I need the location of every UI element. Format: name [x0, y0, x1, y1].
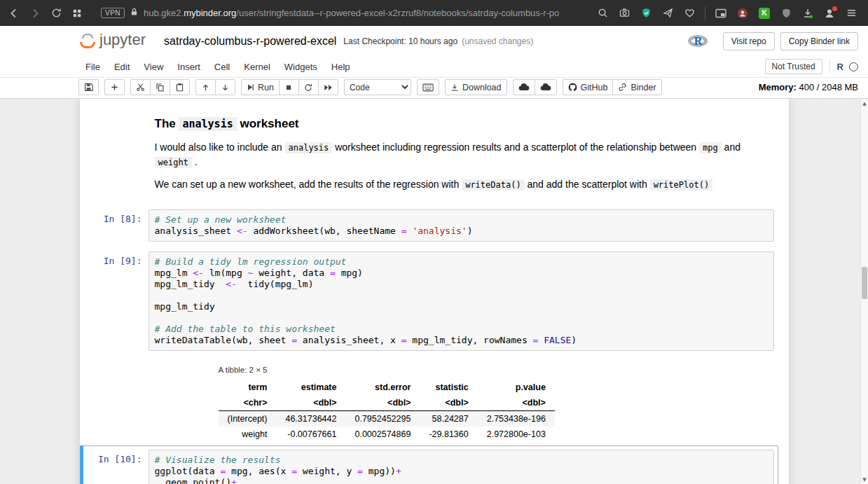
code-cell-in8[interactable]: In [8]: # Set up a new worksheetanalysis… — [80, 205, 778, 246]
not-trusted-button[interactable]: Not Trusted — [765, 59, 822, 74]
inline-code: writePlot() — [650, 179, 712, 191]
menu-file[interactable]: File — [78, 58, 107, 76]
menu-widgets[interactable]: Widgets — [277, 58, 324, 76]
url-text[interactable]: hub.gke2.mybinder.org/user/stringfestdat… — [144, 8, 559, 18]
menu-edit[interactable]: Edit — [107, 58, 137, 76]
extension-shield-icon[interactable] — [776, 4, 796, 23]
menu-bar: File Edit View Insert Cell Kernel Widget… — [0, 56, 868, 78]
code-line: analysis_sheet <- addWorksheet(wb, sheet… — [155, 226, 768, 237]
menu-kernel[interactable]: Kernel — [237, 58, 277, 76]
url-domain: mybinder.org — [184, 8, 236, 18]
table-header-cell: <dbl> — [276, 395, 345, 411]
scrollbar-thumb[interactable] — [862, 267, 867, 299]
output-body: A tibble: 2 × 5 termestimatestd.errorsta… — [212, 360, 775, 442]
table-cell: 0.7952452295 — [345, 411, 420, 427]
jupyter-logo-text[interactable]: jupyter — [99, 31, 146, 49]
interrupt-kernel-button[interactable] — [279, 79, 299, 95]
browser-chrome: VPN hub.gke2.mybinder.org/user/stringfes… — [0, 0, 868, 26]
unsaved-changes-status: (unsaved changes) — [462, 36, 533, 46]
move-cell-down-button[interactable] — [215, 79, 235, 95]
code-line: # Add the table to this worksheet — [155, 324, 768, 335]
menu-help[interactable]: Help — [324, 58, 357, 76]
table-row: weight-0.007676610.0002574869-29.813602.… — [219, 427, 555, 442]
refresh-button[interactable] — [46, 4, 66, 23]
keeper-extension-icon[interactable]: K — [755, 4, 774, 23]
shield-check-icon[interactable] — [636, 4, 656, 23]
code-editor-in8[interactable]: # Set up a new worksheetanalysis_sheet <… — [149, 209, 774, 242]
table-header-cell: <dbl> — [420, 395, 477, 411]
table-header-cell: estimate — [276, 380, 345, 395]
binder-button[interactable]: Binder — [612, 79, 661, 95]
menu-icon[interactable] — [841, 4, 861, 23]
paste-cell-button[interactable] — [170, 79, 190, 95]
scroll-down-button[interactable]: ▼ — [861, 475, 868, 484]
copy-cell-button[interactable] — [150, 79, 170, 95]
zoom-icon[interactable] — [593, 4, 612, 23]
favorites-heart-icon[interactable] — [680, 4, 699, 23]
notebook-title[interactable]: satrday-columbus-r-powered-excel — [164, 35, 336, 48]
url-path: /user/stringfestdata--r-powered-excel-x2… — [236, 8, 559, 18]
output-area[interactable]: A tibble: 2 × 5 termestimatestd.errorsta… — [80, 357, 778, 445]
picture-in-picture-icon[interactable] — [711, 4, 731, 23]
jupyter-logo-icon[interactable] — [77, 32, 98, 50]
code-editor-in9[interactable]: # Build a tidy lm regression outputmpg_l… — [149, 251, 774, 351]
r-kernel-logo-icon: R — [687, 33, 710, 50]
lock-icon[interactable] — [130, 7, 139, 20]
code-cell-in9[interactable]: In [9]: # Build a tidy lm regression out… — [80, 247, 778, 355]
visit-repo-button[interactable]: Visit repo — [723, 32, 775, 50]
input-prompt: In [8]: — [84, 209, 149, 242]
menu-view[interactable]: View — [137, 58, 170, 76]
notebook-container: The analysis worksheet I would also like… — [80, 99, 789, 484]
tab-groups-icon[interactable] — [67, 4, 87, 23]
restart-run-all-button[interactable] — [318, 79, 338, 95]
scroll-up-button[interactable]: ▲ — [861, 99, 868, 108]
vertical-scrollbar[interactable]: ▲ ▼ — [860, 99, 868, 484]
text-segment: worksheet — [237, 117, 299, 130]
run-cell-button[interactable]: Run — [241, 79, 280, 95]
forward-button[interactable] — [25, 4, 45, 23]
text-segment: . — [192, 156, 198, 167]
cloud-upload-button[interactable] — [513, 79, 535, 95]
table-header-cell: p.value — [478, 380, 555, 395]
menu-insert[interactable]: Insert — [170, 58, 207, 76]
github-label: GitHub — [581, 83, 608, 92]
download-button[interactable]: Download — [445, 79, 507, 95]
downloads-icon[interactable] — [798, 4, 818, 23]
copy-binder-link-button[interactable]: Copy Binder link — [780, 32, 858, 50]
code-line: mpg_lm <- lm(mpg ~ weight, data = mpg) — [155, 268, 768, 279]
code-line: # Build a tidy lm regression output — [155, 256, 768, 268]
address-bar[interactable]: VPN hub.gke2.mybinder.org/user/stringfes… — [95, 3, 584, 24]
cloud-download-button[interactable] — [535, 79, 557, 95]
back-button[interactable] — [4, 4, 24, 23]
code-cell-in10-selected[interactable]: In [10]: # Visualize the resultsggplot(d… — [80, 445, 778, 484]
notebook-scroll-area[interactable]: The analysis worksheet I would also like… — [0, 99, 868, 484]
markdown-cell[interactable]: The analysis worksheet I would also like… — [80, 104, 778, 204]
table-cell: -0.00767661 — [276, 427, 345, 442]
save-button[interactable] — [78, 79, 99, 95]
extension-avatar-icon[interactable] — [733, 4, 752, 23]
add-cell-button[interactable] — [104, 79, 125, 95]
code-line: mpg_lm_tidy <- tidy(mpg_lm) — [155, 279, 768, 290]
menu-cell[interactable]: Cell — [207, 58, 237, 76]
send-icon[interactable] — [658, 4, 677, 23]
table-cell: -29.81360 — [420, 427, 477, 442]
kernel-idle-indicator — [849, 62, 858, 71]
profile-icon[interactable] — [820, 4, 839, 23]
table-header-cell: <dbl> — [478, 395, 555, 411]
code-editor-in10[interactable]: # Visualize the resultsggplot(data = mpg… — [149, 450, 774, 484]
code-line: mpg_lm_tidy — [155, 301, 768, 312]
screenshot-icon[interactable] — [614, 4, 634, 23]
cell-type-select[interactable]: Code — [344, 79, 411, 95]
tibble-caption: A tibble: 2 × 5 — [219, 366, 775, 374]
restart-kernel-button[interactable] — [298, 79, 319, 95]
github-button[interactable]: GitHub — [563, 79, 614, 95]
move-cell-up-button[interactable] — [195, 79, 216, 95]
cut-cell-button[interactable] — [130, 79, 151, 95]
code-line: geom_point()+ — [155, 477, 768, 484]
inline-code: weight — [155, 157, 192, 168]
command-palette-button[interactable] — [417, 79, 439, 95]
table-cell: weight — [219, 427, 277, 442]
inline-code: writeData() — [462, 179, 524, 191]
table-header-cell: std.error — [345, 380, 420, 395]
table-cell: (Intercept) — [219, 411, 277, 427]
